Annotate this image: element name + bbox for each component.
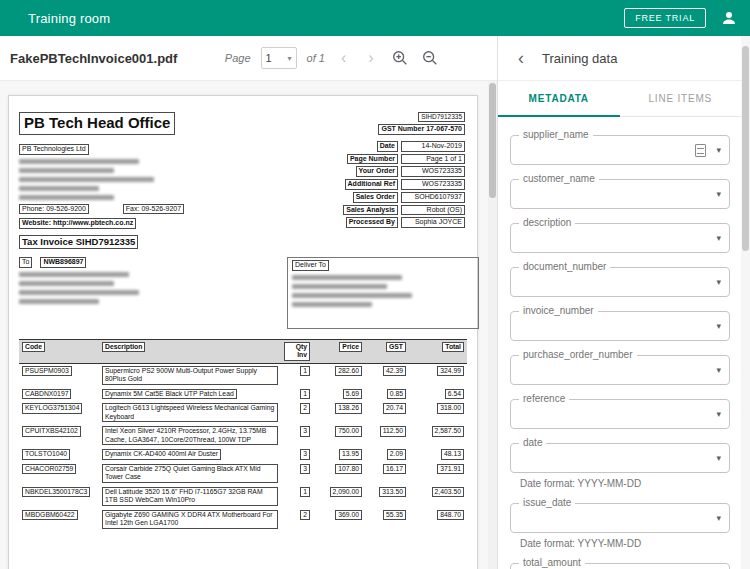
- invoice-cell: 55.35: [365, 508, 409, 531]
- chevron-down-icon[interactable]: ▾: [716, 513, 721, 523]
- invoice-cell: 371.91: [409, 462, 467, 485]
- invoice-cell-value: 369.00: [335, 510, 362, 520]
- invoice-cell-value: 1: [300, 487, 310, 497]
- zoom-out-icon[interactable]: [420, 48, 440, 68]
- free-trial-button[interactable]: FREE TRIAL: [624, 8, 706, 28]
- pdf-scrollbar-thumb[interactable]: [489, 83, 496, 198]
- invoice-info-row: Page NumberPage 1 of 1: [343, 154, 465, 165]
- invoice-account-number: NWB896897: [40, 257, 86, 268]
- field-block: customer_name▾: [510, 179, 730, 209]
- field-date[interactable]: date▾: [510, 443, 730, 473]
- app-title: Training room: [28, 11, 110, 26]
- invoice-cell: 48.13: [409, 447, 467, 461]
- invoice-tax-invoice-line: Tax Invoice SIHD7912335: [19, 235, 138, 249]
- panel-scrollbar-thumb[interactable]: [742, 46, 749, 251]
- field-label: purchase_order_number: [519, 349, 637, 360]
- field-block: total_amount▾: [510, 563, 730, 569]
- chevron-down-icon[interactable]: ▾: [716, 189, 721, 199]
- pdf-toolbar: FakePBTechInvoice001.pdf Page 1 ▾ of 1 ‹…: [0, 36, 497, 81]
- field-invoice_number[interactable]: invoice_number▾: [510, 311, 730, 341]
- invoice-cell-value: Dell Latitude 3520 15.6" FHD i7-1165G7 3…: [102, 487, 278, 506]
- chevron-down-icon[interactable]: ▾: [716, 277, 721, 287]
- invoice-cell-value: 5.69: [343, 389, 362, 399]
- field-helper: Date format: YYYY-MM-DD: [520, 478, 730, 489]
- invoice-cell-value: 2,587.50: [432, 426, 464, 436]
- chevron-down-icon[interactable]: ▾: [716, 365, 721, 375]
- field-reference[interactable]: reference▾: [510, 399, 730, 429]
- invoice-cell: 42.39: [365, 364, 409, 387]
- invoice-cell: KEYLOG3751304: [19, 401, 99, 424]
- invoice-column-header-label: Qty Inv: [284, 342, 310, 361]
- invoice-cell: 848.70: [409, 508, 467, 531]
- field-block: supplier_name▾: [510, 135, 730, 165]
- invoice-info-label: Sales Order: [353, 192, 398, 203]
- invoice-cell-value: 371.91: [437, 464, 464, 474]
- invoice-cell: 5.69: [313, 387, 365, 401]
- invoice-column-header: Description: [99, 340, 281, 364]
- invoice-company: PB Technologies Ltd: [19, 144, 89, 155]
- back-icon[interactable]: ‹: [518, 49, 524, 67]
- chevron-down-icon[interactable]: ▾: [716, 233, 721, 243]
- invoice-cell-value: Corsair Carbide 275Q Quiet Gaming Black …: [102, 464, 278, 483]
- invoice-info-value: Page 1 of 1: [401, 154, 465, 165]
- invoice-cell: Corsair Carbide 275Q Quiet Gaming Black …: [99, 462, 281, 485]
- panel-scrollbar[interactable]: [741, 36, 750, 569]
- invoice-cell-value: 2: [300, 510, 310, 520]
- field-issue_date[interactable]: issue_date▾: [510, 503, 730, 533]
- invoice-info-value: WOS723335: [401, 179, 465, 190]
- invoice-info-label: Date: [377, 141, 398, 152]
- invoice-cell: Dynamix CK-AD400 400ml Air Duster: [99, 447, 281, 461]
- chevron-down-icon: ▾: [288, 54, 292, 63]
- field-block: date▾Date format: YYYY-MM-DD: [510, 443, 730, 489]
- invoice-cell-value: Gigabyte Z690 GAMING X DDR4 ATX Motherbo…: [102, 510, 278, 529]
- chevron-down-icon[interactable]: ▾: [716, 145, 721, 155]
- account-icon[interactable]: [720, 9, 738, 27]
- invoice-cell-value: KEYLOG3751304: [22, 403, 82, 413]
- field-label: customer_name: [519, 173, 599, 184]
- invoice-cell-value: Dynamix 5M Cat5E Black UTP Patch Lead: [102, 389, 237, 399]
- invoice-cell: 2,403.50: [409, 485, 467, 508]
- field-customer_name[interactable]: customer_name▾: [510, 179, 730, 209]
- invoice-cell: 369.00: [313, 508, 365, 531]
- invoice-cell: 13.95: [313, 447, 365, 461]
- field-description[interactable]: description▾: [510, 223, 730, 253]
- field-document_number[interactable]: document_number▾: [510, 267, 730, 297]
- invoice-column-header-label: Price: [339, 342, 362, 352]
- training-data-panel: ‹ Training data METADATA LINE ITEMS supp…: [498, 36, 750, 569]
- field-supplier_name[interactable]: supplier_name▾: [510, 135, 730, 165]
- invoice-cell-value: 20.74: [383, 403, 406, 413]
- invoice-cell-value: 107.80: [335, 464, 362, 474]
- invoice-cell: 2,090.00: [313, 485, 365, 508]
- redacted-address: [19, 159, 149, 200]
- field-block: issue_date▾Date format: YYYY-MM-DD: [510, 503, 730, 549]
- invoice-cell-value: CHACOR02759: [22, 464, 76, 474]
- invoice-cell: 20.74: [365, 401, 409, 424]
- panel-header: ‹ Training data: [498, 36, 750, 81]
- tab-line-items[interactable]: LINE ITEMS: [620, 81, 742, 116]
- next-page-icon[interactable]: ›: [362, 50, 379, 66]
- invoice-to-label: To: [19, 257, 32, 268]
- chevron-down-icon[interactable]: ▾: [716, 321, 721, 331]
- page-select[interactable]: 1 ▾: [261, 47, 297, 69]
- field-label: supplier_name: [519, 129, 593, 140]
- tab-metadata[interactable]: METADATA: [498, 81, 620, 116]
- invoice-cell: Supermicro PS2 900W Multi-Output Power S…: [99, 364, 281, 387]
- chevron-down-icon[interactable]: ▾: [716, 409, 721, 419]
- page-count-label: of 1: [307, 52, 325, 64]
- annotation-icon[interactable]: [695, 144, 706, 157]
- field-total_amount[interactable]: total_amount▾: [510, 563, 730, 569]
- invoice-info-label: Sales Analysis: [343, 205, 398, 216]
- chevron-down-icon[interactable]: ▾: [716, 453, 721, 463]
- metadata-fields: supplier_name▾customer_name▾description▾…: [498, 117, 750, 569]
- invoice-cell-value: 42.39: [383, 366, 406, 376]
- field-purchase_order_number[interactable]: purchase_order_number▾: [510, 355, 730, 385]
- invoice-column-header: Price: [313, 340, 365, 364]
- invoice-cell: Logitech G613 Lightspeed Wireless Mechan…: [99, 401, 281, 424]
- previous-page-icon[interactable]: ‹: [335, 50, 352, 66]
- field-label: issue_date: [519, 497, 575, 508]
- page-select-value: 1: [266, 52, 272, 64]
- pdf-scrollbar[interactable]: [488, 81, 497, 569]
- zoom-in-icon[interactable]: [390, 48, 410, 68]
- invoice-cell-value: CABDNX0197: [22, 389, 71, 399]
- invoice-cell-value: 55.35: [383, 510, 406, 520]
